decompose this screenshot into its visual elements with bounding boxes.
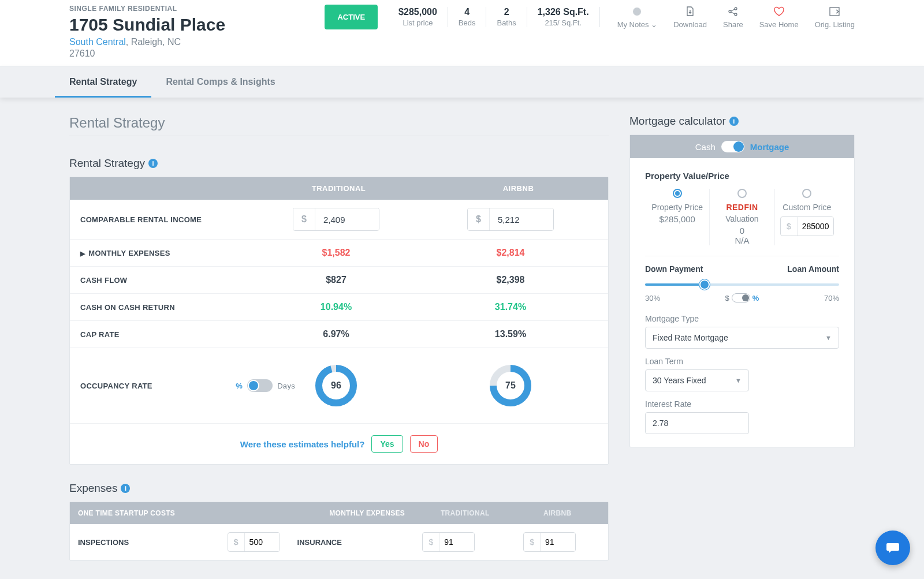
external-link-icon xyxy=(815,5,855,18)
svg-point-2 xyxy=(729,10,731,13)
dollar-icon: $ xyxy=(781,217,798,236)
inspections-field[interactable] xyxy=(245,533,280,551)
cell-traditional: 96 xyxy=(249,363,423,408)
occupancy-unit-toggle[interactable] xyxy=(247,379,273,392)
mortgage-type-label: Mortgage Type xyxy=(645,314,839,323)
cash-mortgage-toggle[interactable] xyxy=(721,141,744,152)
feedback-prompt: Were these estimates helpful? Yes No xyxy=(70,424,608,464)
dollar-icon: $ xyxy=(293,208,315,230)
opt-label: Custom Price xyxy=(778,203,836,212)
dollar-label: $ xyxy=(725,294,729,302)
cell-airbnb: $ xyxy=(423,208,598,231)
tab-rental-comps[interactable]: Rental Comps & Insights xyxy=(166,66,275,98)
income-airbnb-field[interactable] xyxy=(490,208,553,230)
pct-label: % xyxy=(752,294,759,302)
row-cap-rate: CAP RATE 6.97% 13.59% xyxy=(70,321,608,348)
income-traditional-input[interactable]: $ xyxy=(293,208,379,231)
col-traditional: TRADITIONAL xyxy=(415,509,515,517)
donut-value: 96 xyxy=(314,363,359,408)
share-icon xyxy=(723,5,743,18)
cell-airbnb: $2,398 xyxy=(423,275,598,285)
col-airbnb: AIRBNB xyxy=(429,184,608,193)
down-payment-label: Down Payment xyxy=(645,264,703,274)
down-payment-slider[interactable] xyxy=(645,278,839,290)
mortgage-mode-header: Cash Mortgage xyxy=(630,135,854,158)
opt-value: $285,000 xyxy=(649,214,706,224)
strategy-header-row: TRADITIONAL AIRBNB xyxy=(70,177,608,200)
property-location: South Central, Raleigh, NC xyxy=(69,37,225,47)
info-icon[interactable]: i xyxy=(148,159,158,168)
interest-rate-label: Interest Rate xyxy=(645,399,839,409)
section-title-strategy: Rental Strategy i xyxy=(69,157,609,170)
interest-rate-input[interactable] xyxy=(645,412,749,434)
action-label: Download xyxy=(673,20,707,29)
radio-icon xyxy=(673,189,682,198)
property-header: SINGLE FAMILY RESIDENTIAL 1705 Sundial P… xyxy=(0,0,924,66)
cell-traditional: 10.94% xyxy=(249,302,423,312)
slider-scale: 30% $ % 70% xyxy=(645,293,839,302)
dp-unit-toggle[interactable]: $ % xyxy=(725,293,759,302)
cell-traditional: $827 xyxy=(249,275,423,285)
income-traditional-field[interactable] xyxy=(315,208,379,230)
price-opt-custom[interactable]: Custom Price $ xyxy=(775,189,839,245)
feedback-yes-button[interactable]: Yes xyxy=(371,435,403,453)
row-comparable-income: COMPARABLE RENTAL INCOME $ $ xyxy=(70,200,608,240)
heart-icon xyxy=(759,5,799,18)
tab-rental-strategy[interactable]: Rental Strategy xyxy=(69,66,137,98)
my-notes-button[interactable]: My Notes ⌄ xyxy=(617,5,658,29)
inspections-input[interactable]: $ xyxy=(228,532,280,552)
section-title-text: Rental Strategy xyxy=(69,157,145,170)
expense-row: INSPECTIONS $ INSURANCE $ $ xyxy=(70,524,608,560)
save-home-button[interactable]: Save Home xyxy=(759,5,799,29)
mortgage-type-select[interactable]: Fixed Rate Mortgage ▼ xyxy=(645,327,839,349)
cell-airbnb: 75 xyxy=(423,363,598,408)
slider-handle[interactable] xyxy=(699,279,710,290)
opt-na: N/A xyxy=(713,236,770,245)
section-title-text: Expenses xyxy=(69,482,117,495)
insurance-traditional-field[interactable] xyxy=(439,533,474,551)
col-traditional: TRADITIONAL xyxy=(249,184,429,193)
occupancy-traditional-donut: 96 xyxy=(314,363,359,408)
chevron-down-icon: ⌄ xyxy=(651,20,657,29)
cell-traditional: $1,582 xyxy=(249,248,423,258)
orig-listing-button[interactable]: Orig. Listing xyxy=(815,5,855,29)
price-opt-redfin[interactable]: REDFIN Valuation 0 N/A xyxy=(710,189,774,245)
price-opt-property[interactable]: Property Price $285,000 xyxy=(645,189,710,245)
feedback-no-button[interactable]: No xyxy=(410,435,438,453)
action-label: Save Home xyxy=(759,20,799,29)
stat-value: 4 xyxy=(459,7,476,17)
section-title-mortgage: Mortgage calculator i xyxy=(629,115,855,128)
info-icon[interactable]: i xyxy=(729,117,739,126)
dp-max: 70% xyxy=(824,294,839,302)
header-right: ACTIVE $285,000 List price 4 Beds 2 Bath… xyxy=(325,5,855,29)
col-startup: ONE TIME STARTUP COSTS xyxy=(78,509,277,517)
chat-fab[interactable] xyxy=(875,531,910,565)
svg-rect-4 xyxy=(830,8,839,16)
loan-term-select[interactable]: 30 Years Fixed ▼ xyxy=(645,369,749,391)
row-label: CAP RATE xyxy=(80,330,249,339)
occupancy-airbnb-donut: 75 xyxy=(488,363,533,408)
radio-icon xyxy=(737,189,747,198)
section-title-expenses: Expenses i xyxy=(69,482,609,495)
insurance-airbnb-input[interactable]: $ xyxy=(523,532,576,552)
custom-price-input[interactable]: $ xyxy=(780,216,834,236)
neighborhood-link[interactable]: South Central xyxy=(69,37,126,47)
price-options: Property Price $285,000 REDFIN Valuation… xyxy=(645,189,839,256)
row-monthly-expenses[interactable]: ▶MONTHLY EXPENSES $1,582 $2,814 xyxy=(70,240,608,267)
donut-value: 75 xyxy=(488,363,533,408)
info-icon[interactable]: i xyxy=(121,484,130,493)
income-airbnb-input[interactable]: $ xyxy=(467,208,554,231)
action-label: Share xyxy=(723,20,743,29)
cell-traditional: 6.97% xyxy=(249,329,423,339)
download-button[interactable]: Download xyxy=(673,5,707,29)
stat-value: 1,326 Sq.Ft. xyxy=(538,7,589,17)
expense-label: INSURANCE xyxy=(280,538,398,547)
share-button[interactable]: Share xyxy=(723,5,743,29)
chevron-down-icon: ▼ xyxy=(825,334,832,341)
dollar-icon: $ xyxy=(468,208,490,230)
insurance-airbnb-field[interactable] xyxy=(541,533,575,551)
row-occupancy: OCCUPANCY RATE % Days 96 xyxy=(70,348,608,424)
header-spacer xyxy=(70,184,249,193)
insurance-traditional-input[interactable]: $ xyxy=(422,532,475,552)
custom-price-field[interactable] xyxy=(798,217,833,236)
